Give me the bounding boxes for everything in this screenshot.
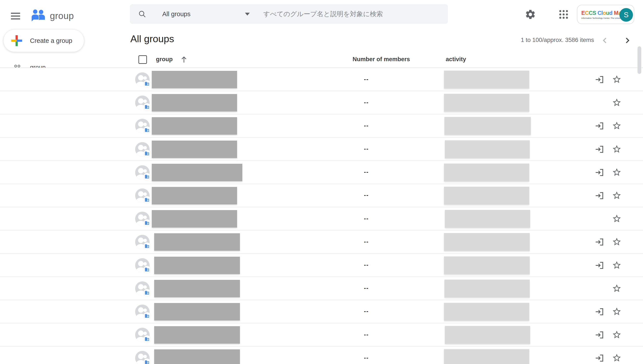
table-row[interactable]: -- xyxy=(0,346,643,364)
chevron-left-icon xyxy=(600,36,610,45)
table-row[interactable]: -- xyxy=(0,91,643,114)
table-row[interactable]: -- xyxy=(0,207,643,230)
org-badge-icon xyxy=(145,198,149,202)
join-group-button[interactable] xyxy=(594,353,604,363)
create-group-button[interactable]: Create a group xyxy=(3,29,84,52)
star-button[interactable] xyxy=(612,144,622,154)
login-icon xyxy=(594,353,604,363)
column-header-members[interactable]: Number of members xyxy=(353,56,410,63)
settings-button[interactable] xyxy=(525,9,536,20)
star-icon xyxy=(612,260,621,270)
member-count: -- xyxy=(356,68,376,91)
table-row[interactable]: -- xyxy=(0,184,643,207)
group-avatar xyxy=(135,258,150,272)
create-group-label: Create a group xyxy=(30,37,72,44)
login-icon xyxy=(594,121,604,131)
join-group-button[interactable] xyxy=(594,168,604,178)
member-count: -- xyxy=(356,91,376,114)
star-icon xyxy=(612,237,621,246)
table-row[interactable]: -- xyxy=(0,277,643,300)
sort-ascending-icon[interactable] xyxy=(179,54,189,65)
star-button[interactable] xyxy=(612,168,622,178)
account-badge[interactable]: ECCS Cloud Mail Information Technology C… xyxy=(577,5,634,24)
table-row[interactable]: -- xyxy=(0,138,643,161)
star-button[interactable] xyxy=(612,260,622,270)
group-name-redacted xyxy=(152,71,237,88)
search-icon[interactable] xyxy=(138,10,147,18)
star-button[interactable] xyxy=(612,121,622,131)
star-icon xyxy=(612,98,621,107)
avatar[interactable]: S xyxy=(619,8,633,22)
dropdown-arrow-icon xyxy=(245,13,250,16)
star-button[interactable] xyxy=(612,237,622,247)
join-group-button[interactable] xyxy=(594,260,604,270)
table-row[interactable]: -- xyxy=(0,114,643,138)
org-badge-icon xyxy=(145,290,149,295)
org-badge-icon xyxy=(145,360,149,364)
table-row[interactable]: -- xyxy=(0,323,643,346)
join-group-button[interactable] xyxy=(594,191,604,201)
star-button[interactable] xyxy=(612,98,622,108)
brand-logo: ECCS Cloud Mail Information Technology C… xyxy=(581,10,618,19)
select-all-checkbox[interactable] xyxy=(139,55,147,64)
org-badge xyxy=(143,103,151,110)
join-group-button[interactable] xyxy=(594,330,604,340)
org-badge-icon xyxy=(145,104,149,109)
star-button[interactable] xyxy=(612,214,622,224)
search-scope-dropdown[interactable]: All groups xyxy=(162,10,250,18)
table-row[interactable]: -- xyxy=(0,68,643,91)
join-group-button[interactable] xyxy=(594,121,604,131)
star-button[interactable] xyxy=(612,330,622,340)
star-icon xyxy=(612,307,621,316)
star-icon xyxy=(612,74,621,84)
group-avatar xyxy=(135,119,150,133)
member-count: -- xyxy=(356,184,376,207)
group-name-redacted xyxy=(152,117,237,135)
table-row[interactable]: -- xyxy=(0,254,643,277)
org-badge xyxy=(143,219,151,227)
group-name-redacted xyxy=(154,326,240,344)
previous-page-button[interactable] xyxy=(600,36,610,45)
column-header-activity[interactable]: activity xyxy=(446,56,466,63)
join-group-button[interactable] xyxy=(594,74,604,84)
column-header-group[interactable]: group xyxy=(156,56,173,63)
group-avatar xyxy=(135,281,150,296)
org-badge xyxy=(143,80,151,88)
table-row[interactable]: -- xyxy=(0,300,643,323)
search-input[interactable] xyxy=(263,10,441,18)
group-name-redacted xyxy=(152,187,237,204)
star-icon xyxy=(612,284,621,293)
org-badge-icon xyxy=(145,81,149,86)
group-name-redacted xyxy=(154,303,240,320)
star-button[interactable] xyxy=(612,353,622,363)
star-button[interactable] xyxy=(612,191,622,201)
groups-logo-icon xyxy=(30,8,47,24)
app-logo[interactable]: group xyxy=(30,8,74,24)
join-group-button[interactable] xyxy=(594,144,604,154)
star-button[interactable] xyxy=(612,307,622,317)
activity-redacted xyxy=(444,280,530,298)
member-count: -- xyxy=(356,138,376,160)
star-button[interactable] xyxy=(612,74,622,84)
member-count: -- xyxy=(356,254,376,276)
activity-redacted xyxy=(445,210,530,228)
menu-button[interactable] xyxy=(11,13,20,20)
login-icon xyxy=(594,144,604,154)
org-badge-icon xyxy=(145,128,149,132)
org-badge xyxy=(143,126,151,134)
next-page-button[interactable] xyxy=(622,36,632,45)
search-scope-value: All groups xyxy=(162,10,191,18)
activity-redacted xyxy=(444,303,529,321)
join-group-button[interactable] xyxy=(594,307,604,317)
table-row[interactable]: -- xyxy=(0,230,643,254)
scrollbar[interactable] xyxy=(637,46,641,74)
org-badge-icon xyxy=(145,151,149,156)
org-badge-icon xyxy=(145,244,149,248)
org-badge-icon xyxy=(145,174,149,179)
join-group-button[interactable] xyxy=(594,237,604,247)
star-button[interactable] xyxy=(612,284,622,294)
member-count: -- xyxy=(356,346,376,364)
apps-grid-button[interactable] xyxy=(558,9,569,20)
table-row[interactable]: -- xyxy=(0,161,643,184)
org-badge xyxy=(143,196,151,204)
